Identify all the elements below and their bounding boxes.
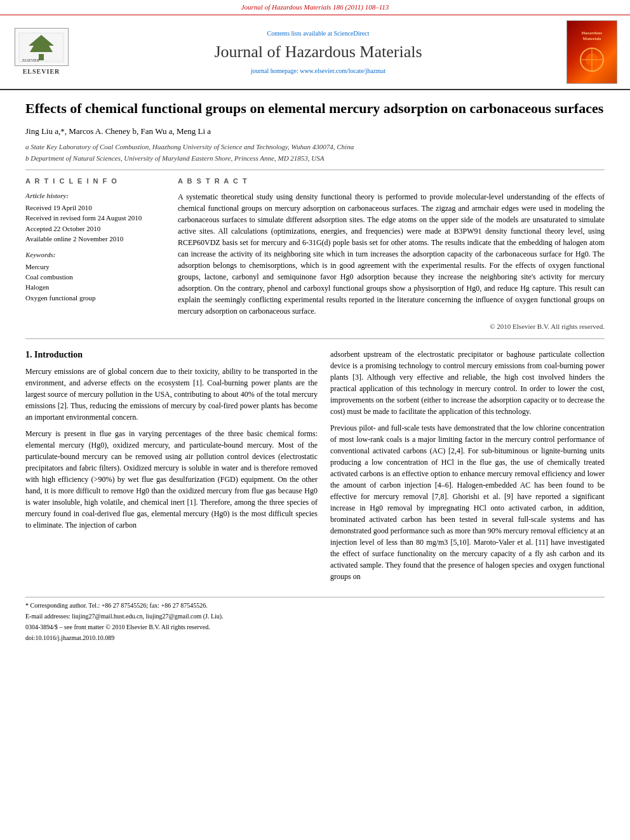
intro-para1: Mercury emissions are of global concern … bbox=[25, 366, 318, 423]
info-abstract-section: A R T I C L E I N F O Article history: R… bbox=[25, 177, 605, 332]
journal-title: Journal of Hazardous Materials bbox=[76, 41, 560, 63]
footnotes: * Corresponding author. Tel.: +86 27 875… bbox=[25, 597, 605, 643]
affiliations: a State Key Laboratory of Coal Combustio… bbox=[25, 142, 605, 163]
journal-title-block: Contents lists available at ScienceDirec… bbox=[76, 29, 560, 75]
revised-date: Received in revised form 24 August 2010 bbox=[25, 213, 165, 223]
email-addresses: E-mail addresses: liujing27@mail.hust.ed… bbox=[25, 612, 605, 621]
history-label: Article history: bbox=[25, 191, 165, 201]
corresponding-author: * Corresponding author. Tel.: +86 27 875… bbox=[25, 601, 605, 610]
main-content: 1. Introduction Mercury emissions are of… bbox=[25, 349, 605, 587]
accepted-date: Accepted 22 October 2010 bbox=[25, 224, 165, 234]
intro-right-column: adsorbent upstream of the electrostatic … bbox=[330, 349, 605, 587]
keywords-block: Keywords: Mercury Coal combustion Haloge… bbox=[25, 250, 165, 303]
keyword-2: Coal combustion bbox=[25, 272, 165, 282]
divider-1 bbox=[25, 170, 605, 170]
journal-reference-text: Journal of Hazardous Materials 186 (2011… bbox=[241, 3, 389, 11]
article-body: Effects of chemical functional groups on… bbox=[0, 90, 630, 653]
elsevier-logo-image: ELSEVIER bbox=[15, 28, 69, 66]
affiliation-a: a State Key Laboratory of Coal Combustio… bbox=[25, 142, 605, 152]
keyword-4: Oxygen functional group bbox=[25, 293, 165, 303]
intro-heading: 1. Introduction bbox=[25, 349, 318, 361]
svg-text:ELSEVIER: ELSEVIER bbox=[22, 58, 39, 62]
homepage-url[interactable]: www.elsevier.com/locate/jhazmat bbox=[300, 67, 385, 74]
intro-left-column: 1. Introduction Mercury emissions are of… bbox=[25, 349, 318, 587]
right-para1: adsorbent upstream of the electrostatic … bbox=[330, 349, 605, 417]
right-para2: Previous pilot- and full-scale tests hav… bbox=[330, 422, 605, 582]
divider-2 bbox=[25, 338, 605, 339]
abstract-column: A B S T R A C T A systematic theoretical… bbox=[178, 177, 605, 332]
received-date: Received 19 April 2010 bbox=[25, 203, 165, 213]
copyright: © 2010 Elsevier B.V. All rights reserved… bbox=[178, 322, 605, 331]
article-history: Article history: Received 19 April 2010 … bbox=[25, 191, 165, 244]
keyword-3: Halogen bbox=[25, 283, 165, 292]
doi-line: doi:10.1016/j.jhazmat.2010.10.089 bbox=[25, 634, 605, 643]
article-info-heading: A R T I C L E I N F O bbox=[25, 177, 165, 186]
authors-line: Jing Liu a,*, Marcos A. Cheney b, Fan Wu… bbox=[25, 126, 605, 137]
sciencedirect-text[interactable]: Contents lists available at ScienceDirec… bbox=[76, 29, 560, 38]
keyword-1: Mercury bbox=[25, 262, 165, 272]
journal-cover-image: HazardousMaterials bbox=[566, 20, 617, 84]
journal-homepage: journal homepage: www.elsevier.com/locat… bbox=[76, 67, 560, 76]
abstract-text: A systematic theoretical study using den… bbox=[178, 191, 605, 317]
affiliation-b: b Department of Natural Sciences, Univer… bbox=[25, 154, 605, 163]
abstract-heading: A B S T R A C T bbox=[178, 177, 605, 186]
elsevier-label: ELSEVIER bbox=[23, 67, 60, 76]
elsevier-logo: ELSEVIER ELSEVIER bbox=[13, 28, 70, 76]
journal-header: ELSEVIER ELSEVIER Contents lists availab… bbox=[0, 15, 630, 90]
svg-rect-1 bbox=[39, 54, 44, 60]
issn-line: 0304-3894/$ – see front matter © 2010 El… bbox=[25, 623, 605, 632]
available-date: Available online 2 November 2010 bbox=[25, 234, 165, 244]
keywords-label: Keywords: bbox=[25, 250, 165, 260]
intro-para2: Mercury is present in flue gas in varyin… bbox=[25, 428, 318, 531]
article-info-column: A R T I C L E I N F O Article history: R… bbox=[25, 177, 165, 332]
article-title: Effects of chemical functional groups on… bbox=[25, 100, 605, 118]
journal-reference-bar: Journal of Hazardous Materials 186 (2011… bbox=[0, 0, 630, 15]
